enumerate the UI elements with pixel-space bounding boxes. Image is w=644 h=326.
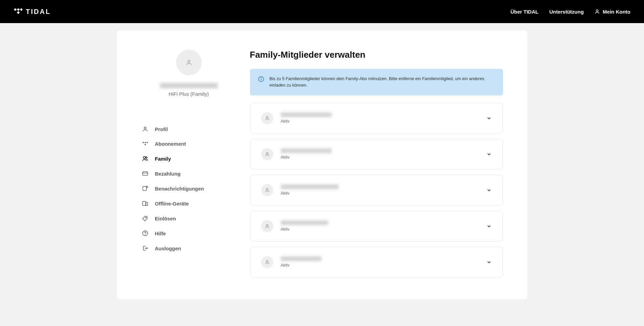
tidal-dots-icon [141, 142, 149, 146]
tag-icon [141, 215, 149, 221]
chevron-down-icon [486, 151, 492, 157]
nav-about[interactable]: Über TIDAL [510, 9, 539, 15]
svg-point-12 [145, 157, 147, 159]
sidebar-item-label: Einlösen [155, 216, 176, 221]
member-status: Aktiv [281, 263, 479, 268]
svg-point-24 [261, 78, 261, 78]
sidebar-item-label: Ausloggen [155, 246, 181, 251]
account-card: HiFi Plus (Family) ProfilAbonnementFamil… [117, 31, 527, 299]
member-name-redacted [281, 184, 338, 189]
side-nav: ProfilAbonnementFamilyBezahlungBenachric… [141, 123, 236, 255]
member-name-redacted [281, 256, 321, 261]
top-bar: TIDAL Über TIDAL Unterstützung Mein Kont… [0, 0, 644, 23]
svg-point-4 [597, 10, 598, 12]
info-box: Bis zu 5 Familienmitglieder können dein … [250, 69, 503, 95]
member-row[interactable]: Aktiv [250, 247, 503, 277]
avatar [176, 50, 202, 75]
sidebar-item-label: Profil [155, 126, 168, 132]
member-row[interactable]: Aktiv [250, 139, 503, 169]
chevron-down-icon [486, 259, 492, 265]
svg-point-29 [266, 260, 268, 262]
svg-rect-8 [144, 142, 146, 143]
nav-account-label: Mein Konto [603, 9, 630, 15]
svg-rect-7 [142, 142, 144, 143]
sidebar-item-bezahlung[interactable]: Bezahlung [141, 167, 236, 180]
user-icon [594, 9, 600, 14]
sidebar-item-ausloggen[interactable]: Ausloggen [141, 242, 236, 255]
member-info: Aktiv [281, 256, 479, 268]
svg-rect-3 [17, 11, 20, 14]
svg-point-6 [144, 127, 146, 129]
svg-point-21 [145, 235, 145, 235]
tidal-logo-icon [14, 8, 22, 15]
member-status: Aktiv [281, 119, 479, 124]
member-info: Aktiv [281, 184, 479, 196]
member-row[interactable]: Aktiv [250, 103, 503, 133]
svg-rect-17 [142, 201, 145, 205]
svg-rect-13 [142, 172, 148, 176]
members-list: AktivAktivAktivAktivAktiv [250, 103, 503, 277]
sidebar-item-label: Abonnement [155, 141, 186, 147]
member-avatar [261, 256, 273, 268]
sidebar-item-label: Bezahlung [155, 171, 181, 177]
svg-rect-15 [143, 186, 147, 191]
info-icon [258, 76, 264, 82]
svg-point-26 [266, 152, 268, 154]
right-column: Family-Mitglieder verwalten Bis zu 5 Fam… [236, 50, 503, 283]
sidebar-item-family[interactable]: Family [141, 152, 236, 165]
sidebar-item-profil[interactable]: Profil [141, 123, 236, 135]
member-avatar [261, 112, 273, 124]
brand[interactable]: TIDAL [14, 8, 51, 16]
bell-dot-icon [141, 185, 149, 192]
member-avatar [261, 184, 273, 196]
left-column: HiFi Plus (Family) ProfilAbonnementFamil… [141, 50, 236, 283]
svg-rect-2 [20, 8, 22, 11]
sidebar-item-label: Family [155, 156, 171, 162]
svg-rect-9 [146, 142, 148, 143]
member-name-redacted [281, 112, 332, 117]
sidebar-item-hilfe[interactable]: Hilfe [141, 227, 236, 240]
brand-name: TIDAL [26, 8, 51, 16]
svg-point-5 [188, 60, 190, 62]
profile-name-redacted [160, 83, 218, 88]
profile-plan: HiFi Plus (Family) [169, 91, 209, 97]
member-name-redacted [281, 148, 332, 153]
member-info: Aktiv [281, 112, 479, 124]
svg-rect-18 [146, 202, 148, 205]
sidebar-item-abonnement[interactable]: Abonnement [141, 138, 236, 150]
member-status: Aktiv [281, 155, 479, 160]
top-nav: Über TIDAL Unterstützung Mein Konto [510, 9, 630, 15]
member-name-redacted [281, 220, 328, 225]
member-row[interactable]: Aktiv [250, 211, 503, 241]
sidebar-item-label: Benachrichtigungen [155, 186, 204, 192]
svg-point-19 [145, 217, 146, 218]
people-icon [141, 156, 149, 162]
sidebar-item-label: Offline-Geräte [155, 201, 189, 206]
member-status: Aktiv [281, 191, 479, 196]
profile-block: HiFi Plus (Family) [141, 50, 236, 97]
logout-icon [141, 245, 149, 251]
svg-point-28 [266, 224, 268, 226]
svg-point-27 [266, 188, 268, 190]
chevron-down-icon [486, 223, 492, 229]
svg-rect-1 [17, 8, 20, 11]
help-icon [141, 230, 149, 236]
svg-rect-10 [144, 144, 146, 145]
member-avatar [261, 220, 273, 232]
nav-account[interactable]: Mein Konto [594, 9, 630, 15]
sidebar-item-einlösen[interactable]: Einlösen [141, 212, 236, 225]
member-row[interactable]: Aktiv [250, 175, 503, 205]
sidebar-item-benachrichtigungen[interactable]: Benachrichtigungen [141, 182, 236, 195]
chevron-down-icon [486, 115, 492, 121]
page-wrap: HiFi Plus (Family) ProfilAbonnementFamil… [0, 23, 644, 299]
member-avatar [261, 148, 273, 160]
devices-icon [141, 200, 149, 206]
sidebar-item-offline-geräte[interactable]: Offline-Geräte [141, 197, 236, 210]
member-info: Aktiv [281, 148, 479, 160]
sidebar-item-label: Hilfe [155, 231, 166, 236]
user-icon [141, 126, 149, 132]
svg-point-16 [146, 186, 148, 188]
info-text: Bis zu 5 Familienmitglieder können dein … [270, 76, 495, 89]
svg-point-11 [143, 157, 145, 159]
nav-support[interactable]: Unterstützung [549, 9, 584, 15]
